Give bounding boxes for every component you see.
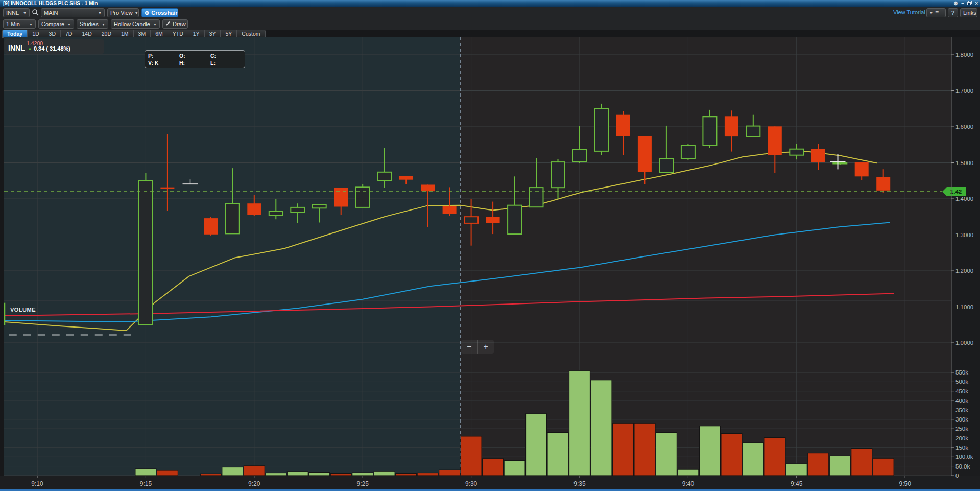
infobox-field: P: [148, 52, 179, 59]
svg-text:50.0k: 50.0k [955, 463, 970, 470]
chart-zoom-controls: − + [461, 340, 494, 354]
svg-text:9:10: 9:10 [31, 480, 43, 487]
infobox-field: C: [210, 52, 242, 59]
svg-text:1.1000: 1.1000 [955, 304, 973, 310]
svg-text:150k: 150k [955, 445, 968, 451]
svg-text:1.42: 1.42 [950, 189, 962, 195]
svg-text:0: 0 [955, 473, 959, 479]
up-arrow-icon: ▲ [28, 46, 32, 51]
infobox-field: L: [210, 59, 242, 66]
svg-text:9:15: 9:15 [140, 480, 152, 487]
zoom-in-button[interactable]: + [478, 340, 494, 354]
window-bottom-border [0, 489, 980, 491]
zoom-out-button[interactable]: − [461, 340, 478, 354]
svg-text:550k: 550k [955, 369, 968, 376]
svg-text:9:45: 9:45 [791, 480, 803, 487]
svg-text:250k: 250k [955, 426, 968, 432]
change-percent: ( 31.48%) [46, 45, 70, 52]
svg-text:1.7000: 1.7000 [955, 88, 973, 94]
svg-text:1.4000: 1.4000 [955, 196, 973, 202]
symbol-legend: 1.4200 INNL ▲ 0.34 ( 31.48%) [4, 39, 104, 54]
svg-text:200k: 200k [955, 435, 968, 441]
volume-pane-label: VOLUME [10, 307, 36, 313]
svg-text:100.0k: 100.0k [955, 454, 973, 460]
chart-canvas[interactable]: 1.421.80001.70001.60001.50001.40001.3000… [0, 0, 980, 491]
svg-text:400k: 400k [955, 398, 968, 404]
svg-text:9:50: 9:50 [899, 480, 912, 487]
svg-text:9:40: 9:40 [682, 480, 695, 487]
svg-text:1.8000: 1.8000 [955, 52, 973, 58]
change-value: 0.34 [34, 45, 44, 52]
infobox-field: O: [179, 52, 210, 59]
app-window: [9] INNOCOLL HLDGS PLC SHS - 1 Min ⚙ − ×… [0, 0, 980, 491]
svg-text:9:25: 9:25 [357, 480, 369, 487]
svg-text:9:35: 9:35 [573, 480, 586, 487]
svg-text:9:20: 9:20 [248, 480, 260, 487]
legend-symbol: INNL [8, 44, 25, 52]
svg-text:1.2000: 1.2000 [955, 268, 973, 274]
svg-text:1.3000: 1.3000 [955, 232, 973, 238]
svg-text:350k: 350k [955, 407, 968, 413]
infobox-field: H: [179, 59, 210, 66]
svg-text:9:30: 9:30 [465, 480, 477, 487]
svg-text:300k: 300k [955, 416, 968, 423]
svg-text:1.0000: 1.0000 [955, 340, 973, 346]
svg-text:450k: 450k [955, 388, 968, 394]
infobox-field: V: K [148, 59, 179, 66]
ohlc-info-box: P:O:C:V: KH:L: [145, 50, 245, 68]
svg-text:500k: 500k [955, 379, 968, 385]
svg-text:1.6000: 1.6000 [955, 124, 973, 130]
svg-text:1.5000: 1.5000 [955, 160, 973, 166]
